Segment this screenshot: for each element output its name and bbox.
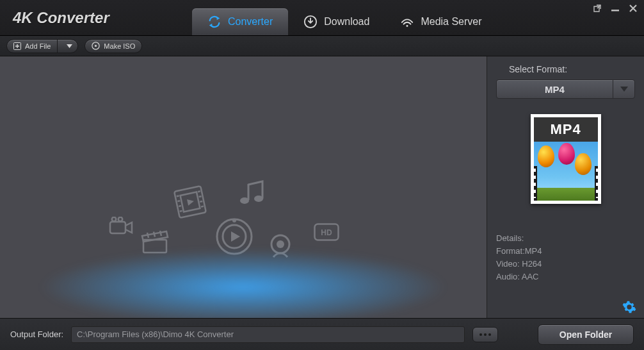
gear-icon[interactable] xyxy=(622,300,636,314)
footer: Output Folder: Open Folder xyxy=(0,318,644,350)
svg-rect-2 xyxy=(611,10,619,12)
format-thumb-label: MP4 xyxy=(534,117,598,142)
browse-button[interactable] xyxy=(472,327,498,342)
svg-point-14 xyxy=(232,219,236,222)
film-icon xyxy=(173,185,207,219)
tab-media-server[interactable]: Media Server xyxy=(385,8,497,35)
converter-icon xyxy=(207,15,221,29)
svg-point-5 xyxy=(95,45,97,47)
tab-converter[interactable]: Converter xyxy=(192,8,288,35)
make-iso-button[interactable]: Make ISO xyxy=(85,39,142,53)
main-tabs: Converter Download Media Server xyxy=(192,0,497,35)
detail-video: Video: H264 xyxy=(496,258,635,271)
minimize-icon[interactable] xyxy=(611,4,620,13)
svg-point-7 xyxy=(112,217,116,221)
hd-icon: HD xyxy=(314,223,339,241)
toolbar: Add File Make ISO xyxy=(0,36,644,56)
detail-audio: Audio: AAC xyxy=(496,271,635,283)
make-iso-label: Make ISO xyxy=(104,42,135,50)
detail-format: Format:MP4 xyxy=(496,245,635,258)
format-details: Details: Format:MP4 Video: H264 Audio: A… xyxy=(496,232,635,283)
add-file-button[interactable]: Add File xyxy=(6,39,78,53)
download-icon xyxy=(303,15,318,29)
titlebar: 4K Converter Converter Download Media Se… xyxy=(0,0,644,36)
svg-text:HD: HD xyxy=(321,228,332,237)
tab-download[interactable]: Download xyxy=(288,8,385,35)
svg-rect-6 xyxy=(110,222,125,233)
media-server-icon xyxy=(400,15,414,29)
tab-label: Media Server xyxy=(421,16,481,28)
tab-label: Converter xyxy=(228,16,273,28)
add-file-dropdown[interactable] xyxy=(61,40,77,53)
open-folder-button[interactable]: Open Folder xyxy=(538,324,634,345)
format-thumb-image xyxy=(534,142,598,201)
window-controls xyxy=(593,0,638,13)
chevron-down-icon xyxy=(613,80,634,98)
format-select[interactable]: MP4 xyxy=(496,79,635,99)
sidebar: Select Format: MP4 MP4 xyxy=(487,56,644,318)
select-format-label: Select Format: xyxy=(509,64,635,74)
svg-point-1 xyxy=(407,25,408,27)
disc-icon xyxy=(92,42,100,50)
output-folder-label: Output Folder: xyxy=(10,329,63,339)
add-file-label: Add File xyxy=(25,42,51,50)
svg-point-8 xyxy=(118,217,122,221)
glow-effect xyxy=(38,249,448,318)
tab-label: Download xyxy=(324,16,369,28)
app-title: 4K Converter xyxy=(13,9,192,27)
output-folder-input[interactable] xyxy=(71,326,465,343)
stage-empty-area[interactable]: HD xyxy=(0,56,487,318)
format-select-value: MP4 xyxy=(497,84,613,95)
popout-icon[interactable] xyxy=(593,4,602,13)
music-icon xyxy=(237,178,268,209)
add-file-icon xyxy=(13,42,21,50)
close-icon[interactable] xyxy=(629,4,638,13)
svg-point-18 xyxy=(277,240,284,248)
details-heading: Details: xyxy=(496,232,635,245)
camera-icon xyxy=(109,217,136,240)
svg-point-16 xyxy=(254,196,263,202)
svg-point-15 xyxy=(240,197,249,204)
format-thumbnail: MP4 xyxy=(496,114,635,204)
body: HD Select Format: MP4 MP4 xyxy=(0,56,644,318)
